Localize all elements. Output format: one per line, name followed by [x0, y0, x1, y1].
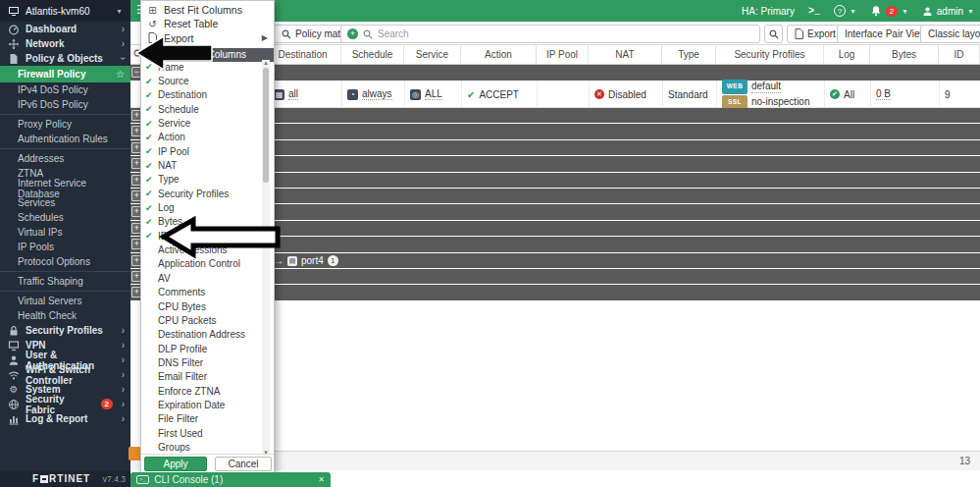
scroll-up-icon[interactable]: ▲: [262, 60, 270, 66]
undo-icon: ↺: [147, 19, 158, 29]
sidebar-item-security-profiles[interactable]: Security Profiles›: [0, 323, 130, 338]
menu-scrollbar[interactable]: ▲ ▼: [262, 60, 270, 456]
cli-console-bar[interactable]: >_ CLI Console (1) ✕: [130, 472, 331, 487]
column-menu-item-dlp-profile[interactable]: DLP Profile: [141, 342, 262, 355]
column-menu-item-security-profiles[interactable]: ✔Security Profiles: [141, 187, 262, 200]
column-header-ip-pool[interactable]: IP Pool: [537, 45, 589, 64]
column-menu-item-application-control[interactable]: Application Control: [141, 257, 262, 271]
column-header-nat[interactable]: NAT: [589, 45, 662, 64]
sidebar-item-addresses[interactable]: Addresses: [0, 151, 130, 166]
apply-button[interactable]: Apply: [144, 457, 207, 471]
column-menu-item-label: File Filter: [158, 413, 198, 424]
column-header-bytes[interactable]: Bytes: [870, 45, 939, 64]
sidebar-item-authentication-rules[interactable]: Authentication Rules: [0, 132, 130, 146]
menu-action-export[interactable]: Export▶: [141, 31, 274, 45]
column-menu-item-comments[interactable]: Comments: [141, 286, 262, 299]
column-menu-item-type[interactable]: ✔Type: [141, 173, 262, 187]
column-menu-item-name[interactable]: ✔Name: [141, 60, 262, 74]
fortigate-ui: Atlantis-kvm60 ▼ ☰ HA: Primary >_ ?▼ 2 ▼…: [0, 0, 980, 487]
cell-action[interactable]: ✔ ACCEPT: [467, 81, 519, 108]
column-menu-item-groups[interactable]: Groups: [141, 440, 262, 454]
ha-status: HA: Primary: [742, 6, 795, 17]
column-header-schedule[interactable]: Schedule: [341, 45, 404, 64]
column-header-id[interactable]: ID: [939, 45, 980, 64]
search-button[interactable]: [764, 25, 783, 43]
cell-type[interactable]: Standard: [668, 81, 708, 108]
sidebar-item-firewall-policy[interactable]: Firewall Policy☆: [0, 66, 130, 82]
sidebar-item-label: Policy & Objects: [26, 53, 103, 64]
sidebar-item-ipv6-dos-policy[interactable]: IPv6 DoS Policy: [0, 97, 130, 112]
sidebar-item-schedules[interactable]: Schedules: [0, 210, 130, 225]
column-menu-item-nat[interactable]: ✔NAT: [141, 158, 262, 172]
chevron-right-icon: ›: [122, 340, 125, 351]
menu-action-best-fit-columns[interactable]: ⊞Best Fit Columns: [141, 3, 274, 17]
sidebar-item-network[interactable]: Network›: [0, 36, 130, 51]
scrollbar-thumb[interactable]: [263, 68, 269, 183]
sidebar-item-log-report[interactable]: Log & Report›: [0, 411, 130, 426]
check-icon: ✔: [145, 175, 158, 185]
sidebar-item-proxy-policy[interactable]: Proxy Policy: [0, 117, 130, 132]
column-menu-item-service[interactable]: ✔Service: [141, 116, 262, 130]
sidebar-item-policy-objects[interactable]: Policy & Objects›: [0, 51, 130, 66]
cell-service[interactable]: ◎ ALL: [410, 81, 442, 108]
cell-security-profiles[interactable]: WEBdefault SSLno-inspection: [722, 81, 809, 108]
column-menu-item-source[interactable]: ✔Source: [141, 74, 262, 87]
sidebar-item-virtual-ips[interactable]: Virtual IPs: [0, 225, 130, 240]
column-menu-item-cpu-bytes[interactable]: CPU Bytes: [141, 299, 262, 313]
notifications-menu[interactable]: 2 ▼: [870, 5, 908, 17]
column-header-destination[interactable]: Destination: [265, 45, 341, 64]
column-menu-item-active-sessions[interactable]: Active Sessions: [141, 243, 262, 256]
column-menu-item-bytes[interactable]: ✔Bytes: [141, 215, 262, 229]
column-header-action[interactable]: Action: [461, 45, 537, 64]
cli-console-icon[interactable]: >_: [808, 6, 820, 17]
sidebar-item-ip-pools[interactable]: IP Pools: [0, 240, 130, 254]
column-menu-item-cpu-packets[interactable]: CPU Packets: [141, 313, 262, 327]
cell-log[interactable]: ✔ All: [830, 81, 854, 108]
column-menu-item-label: Type: [158, 174, 180, 185]
column-menu-item-id[interactable]: ✔ID: [141, 229, 262, 243]
column-header-type[interactable]: Type: [662, 45, 716, 64]
sidebar-item-wifi-switch-controller[interactable]: WiFi & Switch Controller›: [0, 367, 130, 382]
column-menu-item-log[interactable]: ✔Log: [141, 200, 262, 214]
column-header-log[interactable]: Log: [824, 45, 870, 64]
sidebar-item-dashboard[interactable]: Dashboard›: [0, 22, 130, 36]
help-menu[interactable]: ?▼: [834, 5, 856, 17]
column-menu-item-ip-pool[interactable]: ✔IP Pool: [141, 144, 262, 158]
column-menu-item-destination[interactable]: ✔Destination: [141, 88, 262, 102]
cell-bytes[interactable]: 0 B: [876, 81, 891, 108]
column-menu-item-expiration-date[interactable]: Expiration Date: [141, 398, 262, 411]
wifi-icon: [8, 369, 20, 381]
column-header-security-profiles[interactable]: Security Profiles: [716, 45, 824, 64]
sidebar-item-protocol-options[interactable]: Protocol Options: [0, 254, 130, 269]
check-icon: ✔: [145, 90, 158, 100]
column-menu-item-file-filter[interactable]: File Filter: [141, 412, 262, 426]
column-menu-item-email-filter[interactable]: Email Filter: [141, 370, 262, 384]
column-header-service[interactable]: Service: [404, 45, 461, 64]
cell-destination[interactable]: ▦ all: [274, 81, 298, 108]
favorite-star-icon[interactable]: ☆: [116, 69, 125, 80]
sidebar-item-virtual-servers[interactable]: Virtual Servers: [0, 294, 130, 308]
layout-dropdown[interactable]: Classic layout▼: [920, 25, 980, 43]
cell-nat[interactable]: ✕ Disabled: [594, 81, 646, 108]
sidebar-item-traffic-shaping[interactable]: Traffic Shaping: [0, 274, 130, 289]
add-filter-icon[interactable]: +: [347, 28, 358, 39]
column-menu-item-action[interactable]: ✔Action: [141, 131, 262, 144]
sidebar-item-ipv4-dos-policy[interactable]: IPv4 DoS Policy: [0, 82, 130, 97]
column-menu-item-destination-address[interactable]: Destination Address: [141, 328, 262, 342]
device-menu[interactable]: Atlantis-kvm60 ▼: [0, 0, 130, 22]
cell-schedule[interactable]: ◔ always: [347, 81, 392, 108]
column-menu-item-first-used[interactable]: First Used: [141, 426, 262, 440]
sidebar-item-internet-service-database[interactable]: Internet Service Database: [0, 181, 130, 195]
sidebar-item-label: Protocol Options: [18, 256, 90, 267]
column-menu-item-av[interactable]: AV: [141, 271, 262, 285]
column-menu-item-enforce-ztna[interactable]: Enforce ZTNA: [141, 384, 262, 398]
admin-menu[interactable]: admin ▼: [922, 6, 974, 17]
column-menu-item-schedule[interactable]: ✔Schedule: [141, 102, 262, 116]
search-filter-bar[interactable]: + Search: [340, 25, 760, 43]
column-menu-item-dns-filter[interactable]: DNS Filter: [141, 355, 262, 369]
menu-action-reset-table[interactable]: ↺Reset Table: [141, 17, 274, 30]
sidebar-item-health-check[interactable]: Health Check: [0, 308, 130, 323]
sidebar-item-security-fabric[interactable]: Security Fabric2›: [0, 397, 130, 411]
close-icon[interactable]: ✕: [318, 475, 325, 484]
cancel-button[interactable]: Cancel: [215, 457, 272, 471]
